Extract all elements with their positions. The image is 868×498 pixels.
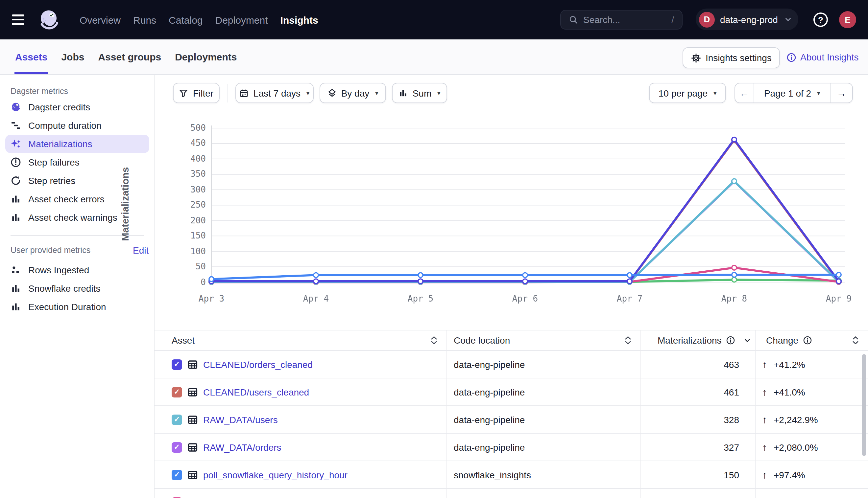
column-header-code-location[interactable]: Code location: [447, 330, 641, 350]
search-input[interactable]: Search... /: [560, 10, 682, 29]
column-header-asset[interactable]: Asset: [154, 330, 447, 350]
per-page-dropdown[interactable]: 10 per page ▾: [649, 83, 726, 103]
deployment-switcher[interactable]: D data-eng-prod: [696, 9, 798, 30]
asset-link[interactable]: CLEANED/orders_cleaned: [203, 359, 313, 369]
arrow-up-icon: ↑: [762, 359, 767, 370]
code-location: data-eng-pipeline: [454, 442, 525, 453]
table-row: ✓ CLEANED/orders_cleaned data-eng-pipeli…: [154, 350, 868, 378]
table-row: ✓ CLEANED/users_cleaned data-eng-pipelin…: [154, 378, 868, 405]
calendar-icon: [240, 88, 249, 97]
column-label: Asset: [171, 335, 195, 345]
materializations-value: 328: [724, 414, 739, 425]
table-row: ✓ RAW_DATA/users data-eng-pipeline 328 ↑…: [154, 405, 868, 433]
bar-chart-icon: [11, 212, 21, 223]
toolbar-divider: [228, 84, 228, 103]
materializations-value: 461: [724, 386, 739, 397]
table-asset-icon: [188, 414, 198, 425]
sidebar-item-execution-duration[interactable]: Execution Duration: [5, 298, 149, 316]
edit-metrics-link[interactable]: Edit: [133, 245, 149, 255]
column-header-change[interactable]: Change: [755, 330, 868, 350]
layers-icon: [328, 88, 337, 97]
sidebar-item-snowflake-credits[interactable]: Snowflake credits: [5, 279, 149, 298]
sidebar-item-materializations[interactable]: Materializations: [5, 135, 149, 153]
sidebar-item-rows-ingested[interactable]: Rows Ingested: [5, 261, 149, 279]
insights-settings-button[interactable]: Insights settings: [682, 47, 780, 68]
materializations-line-chart[interactable]: [197, 125, 852, 299]
arrow-up-icon: ↑: [762, 469, 767, 480]
asset-link[interactable]: RAW_DATA/users: [203, 414, 278, 425]
sidebar-item-label: Asset check warnings: [28, 212, 117, 223]
arrow-up-icon: ↑: [762, 497, 767, 498]
change-value: +41.0%: [774, 386, 805, 397]
date-range-dropdown[interactable]: Last 7 days ▾: [235, 83, 314, 103]
row-checkbox[interactable]: ✓: [171, 414, 182, 425]
caret-down-icon: ▾: [375, 90, 378, 96]
materializations-value: 150: [724, 469, 739, 480]
per-page-label: 10 per page: [659, 88, 707, 98]
refresh-icon: [11, 175, 21, 186]
aggregate-dropdown[interactable]: Sum ▾: [392, 83, 447, 103]
asset-link[interactable]: CLEANED/users_cleaned: [203, 386, 309, 397]
row-checkbox[interactable]: ✓: [171, 386, 182, 397]
search-placeholder: Search...: [583, 14, 672, 25]
nav-overview[interactable]: Overview: [78, 12, 122, 28]
prev-page-button[interactable]: ←: [735, 83, 753, 103]
code-location: snowflake_insights: [454, 469, 531, 480]
page-select-dropdown[interactable]: Page 1 of 2 ▾: [753, 83, 830, 103]
code-location: data-eng-pipeline: [454, 414, 525, 425]
caret-down-icon: ▾: [817, 90, 820, 96]
tab-deployments[interactable]: Deployments: [174, 39, 238, 74]
group-by-label: By day: [341, 88, 370, 98]
nav-catalog[interactable]: Catalog: [167, 12, 204, 28]
help-icon[interactable]: ?: [814, 12, 828, 27]
bar-chart-icon: [11, 302, 21, 312]
row-checkbox[interactable]: ✓: [171, 469, 182, 480]
bar-chart-icon: [11, 194, 21, 204]
asset-link[interactable]: poll_snowflake_query_history_hour: [203, 469, 347, 480]
about-insights-link[interactable]: About Insights: [787, 47, 858, 67]
tab-asset-groups[interactable]: Asset groups: [97, 39, 162, 74]
sidebar-item-label: Rows Ingested: [28, 265, 89, 275]
tab-assets[interactable]: Assets: [14, 39, 48, 74]
assets-table: Asset Code location Materializations: [154, 330, 868, 498]
chevron-down-icon: [784, 16, 792, 23]
pagination-control: ← Page 1 of 2 ▾ →: [735, 83, 853, 103]
sidebar-item-dagster-credits[interactable]: Dagster credits: [5, 98, 149, 116]
sort-icon[interactable]: [852, 335, 859, 345]
arrow-up-icon: ↑: [762, 442, 767, 453]
alert-circle-icon: [11, 157, 21, 168]
column-header-materializations[interactable]: Materializations: [641, 330, 755, 350]
nav-runs[interactable]: Runs: [132, 12, 157, 28]
user-avatar[interactable]: E: [839, 11, 856, 28]
arrow-up-icon: ↑: [762, 386, 767, 397]
sort-icon[interactable]: [431, 335, 437, 345]
check-icon: ✓: [174, 444, 180, 451]
dagster-logo[interactable]: [37, 8, 61, 31]
next-page-button[interactable]: →: [830, 83, 852, 103]
nav-deployment[interactable]: Deployment: [214, 12, 269, 28]
sort-icon[interactable]: [625, 335, 631, 345]
sidebar-item-label: Execution Duration: [28, 302, 106, 312]
sidebar-item-label: Step retries: [28, 175, 75, 186]
filter-label: Filter: [193, 88, 213, 98]
sidebar-item-compute-duration[interactable]: Compute duration: [5, 116, 149, 135]
dots-icon: [11, 265, 21, 275]
hamburger-menu-icon[interactable]: [12, 14, 24, 28]
sidebar-item-label: Materializations: [28, 139, 92, 149]
code-location: data-eng-pipeline: [454, 359, 525, 369]
filter-button[interactable]: Filter: [173, 83, 220, 103]
chevron-down-icon[interactable]: [744, 337, 751, 344]
row-checkbox[interactable]: ✓: [171, 359, 182, 369]
table-scrollbar[interactable]: [862, 354, 866, 456]
deployment-name: data-eng-prod: [720, 14, 779, 25]
group-by-dropdown[interactable]: By day ▾: [320, 83, 386, 103]
check-icon: ✓: [174, 416, 180, 423]
nav-insights[interactable]: Insights: [279, 12, 320, 28]
info-icon[interactable]: [726, 336, 736, 345]
tab-jobs[interactable]: Jobs: [61, 39, 85, 74]
arrow-left-icon: ←: [739, 87, 749, 99]
info-icon[interactable]: [803, 336, 812, 345]
metrics-sidebar: Dagster metrics Dagster credits Compute …: [0, 75, 154, 498]
asset-link[interactable]: RAW_DATA/orders: [203, 442, 281, 453]
row-checkbox[interactable]: ✓: [171, 442, 182, 453]
